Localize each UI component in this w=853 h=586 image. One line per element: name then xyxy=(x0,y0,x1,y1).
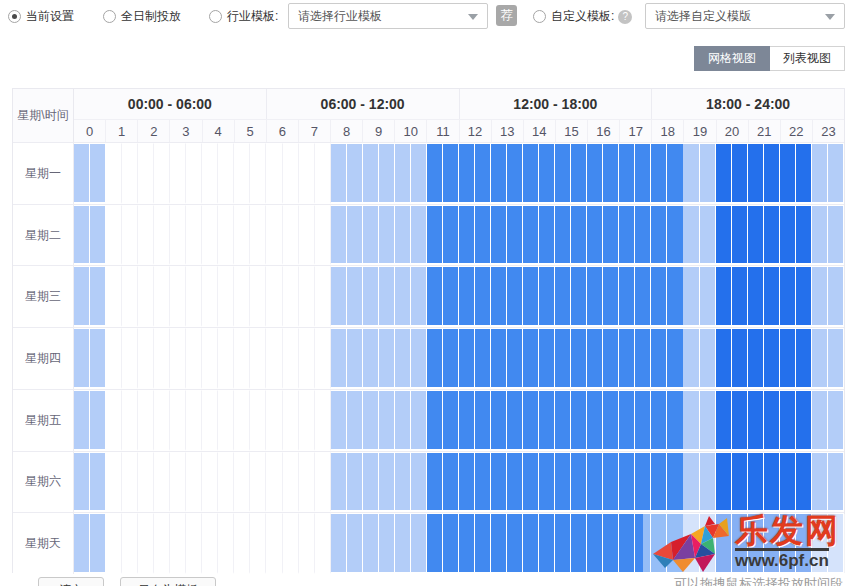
half-hour-slot[interactable] xyxy=(475,143,491,204)
half-hour-slot[interactable] xyxy=(459,143,475,204)
half-hour-slot[interactable] xyxy=(828,390,844,451)
half-hour-slot[interactable] xyxy=(523,513,539,574)
half-hour-slot[interactable] xyxy=(218,266,234,327)
half-hour-slot[interactable] xyxy=(283,452,299,513)
half-hour-slot[interactable] xyxy=(507,328,523,389)
half-hour-slot[interactable] xyxy=(507,513,523,574)
half-hour-slot[interactable] xyxy=(90,513,106,574)
half-hour-slot[interactable] xyxy=(619,328,635,389)
half-hour-slot[interactable] xyxy=(796,390,812,451)
half-hour-slot[interactable] xyxy=(411,513,427,574)
half-hour-slot[interactable] xyxy=(379,143,395,204)
half-hour-slot[interactable] xyxy=(828,452,844,513)
half-hour-slot[interactable] xyxy=(475,452,491,513)
half-hour-slot[interactable] xyxy=(250,205,266,266)
radio-icon[interactable] xyxy=(209,10,222,23)
half-hour-slot[interactable] xyxy=(700,143,716,204)
half-hour-slot[interactable] xyxy=(475,328,491,389)
half-hour-slot[interactable] xyxy=(555,266,571,327)
half-hour-slot[interactable] xyxy=(218,452,234,513)
half-hour-slot[interactable] xyxy=(202,452,218,513)
half-hour-slot[interactable] xyxy=(299,205,315,266)
clear-button[interactable]: 清空 xyxy=(38,577,104,586)
half-hour-slot[interactable] xyxy=(780,328,796,389)
half-hour-slot[interactable] xyxy=(347,452,363,513)
half-hour-slot[interactable] xyxy=(218,390,234,451)
half-hour-slot[interactable] xyxy=(154,390,170,451)
half-hour-slot[interactable] xyxy=(122,390,138,451)
half-hour-slot[interactable] xyxy=(122,328,138,389)
half-hour-slot[interactable] xyxy=(539,205,555,266)
half-hour-slot[interactable] xyxy=(122,266,138,327)
half-hour-slot[interactable] xyxy=(379,452,395,513)
half-hour-slot[interactable] xyxy=(138,143,154,204)
half-hour-slot[interactable] xyxy=(234,390,250,451)
half-hour-slot[interactable] xyxy=(748,143,764,204)
half-hour-slot[interactable] xyxy=(523,143,539,204)
half-hour-slot[interactable] xyxy=(651,205,667,266)
half-hour-slot[interactable] xyxy=(507,205,523,266)
half-hour-slot[interactable] xyxy=(587,205,603,266)
half-hour-slot[interactable] xyxy=(651,452,667,513)
half-hour-slot[interactable] xyxy=(427,452,443,513)
half-hour-slot[interactable] xyxy=(796,143,812,204)
half-hour-slot[interactable] xyxy=(748,390,764,451)
half-hour-slot[interactable] xyxy=(218,328,234,389)
half-hour-slot[interactable] xyxy=(812,328,828,389)
half-hour-slot[interactable] xyxy=(122,513,138,574)
half-hour-slot[interactable] xyxy=(154,143,170,204)
half-hour-slot[interactable] xyxy=(90,266,106,327)
half-hour-slot[interactable] xyxy=(170,205,186,266)
half-hour-slot[interactable] xyxy=(170,390,186,451)
half-hour-slot[interactable] xyxy=(780,452,796,513)
half-hour-slot[interactable] xyxy=(106,452,122,513)
half-hour-slot[interactable] xyxy=(475,513,491,574)
half-hour-slot[interactable] xyxy=(507,266,523,327)
half-hour-slot[interactable] xyxy=(315,390,331,451)
half-hour-slot[interactable] xyxy=(283,390,299,451)
half-hour-slot[interactable] xyxy=(780,205,796,266)
half-hour-slot[interactable] xyxy=(202,143,218,204)
half-hour-slot[interactable] xyxy=(283,143,299,204)
radio-selected-icon[interactable] xyxy=(8,10,21,23)
half-hour-slot[interactable] xyxy=(299,513,315,574)
half-hour-slot[interactable] xyxy=(363,266,379,327)
half-hour-slot[interactable] xyxy=(716,205,732,266)
half-hour-slot[interactable] xyxy=(347,205,363,266)
half-hour-slot[interactable] xyxy=(716,266,732,327)
half-hour-slot[interactable] xyxy=(299,266,315,327)
half-hour-slot[interactable] xyxy=(106,205,122,266)
half-hour-slot[interactable] xyxy=(539,328,555,389)
half-hour-slot[interactable] xyxy=(587,328,603,389)
custom-template-select[interactable]: 请选择自定义模版 xyxy=(645,3,845,29)
half-hour-slot[interactable] xyxy=(651,266,667,327)
half-hour-slot[interactable] xyxy=(138,390,154,451)
half-hour-slot[interactable] xyxy=(186,143,202,204)
half-hour-slot[interactable] xyxy=(491,513,507,574)
half-hour-slot[interactable] xyxy=(459,328,475,389)
half-hour-slot[interactable] xyxy=(716,452,732,513)
half-hour-slot[interactable] xyxy=(619,143,635,204)
half-hour-slot[interactable] xyxy=(379,390,395,451)
half-hour-slot[interactable] xyxy=(315,143,331,204)
half-hour-slot[interactable] xyxy=(587,390,603,451)
half-hour-slot[interactable] xyxy=(619,266,635,327)
half-hour-slot[interactable] xyxy=(266,143,282,204)
half-hour-slot[interactable] xyxy=(266,390,282,451)
half-hour-slot[interactable] xyxy=(379,328,395,389)
half-hour-slot[interactable] xyxy=(459,205,475,266)
half-hour-slot[interactable] xyxy=(395,205,411,266)
half-hour-slot[interactable] xyxy=(202,266,218,327)
half-hour-slot[interactable] xyxy=(443,328,459,389)
half-hour-slot[interactable] xyxy=(667,143,683,204)
help-icon[interactable]: ? xyxy=(618,10,632,24)
half-hour-slot[interactable] xyxy=(74,452,90,513)
half-hour-slot[interactable] xyxy=(523,205,539,266)
half-hour-slot[interactable] xyxy=(539,452,555,513)
half-hour-slot[interactable] xyxy=(571,452,587,513)
half-hour-slot[interactable] xyxy=(700,205,716,266)
half-hour-slot[interactable] xyxy=(427,205,443,266)
half-hour-slot[interactable] xyxy=(812,390,828,451)
half-hour-slot[interactable] xyxy=(780,513,796,574)
half-hour-slot[interactable] xyxy=(587,452,603,513)
